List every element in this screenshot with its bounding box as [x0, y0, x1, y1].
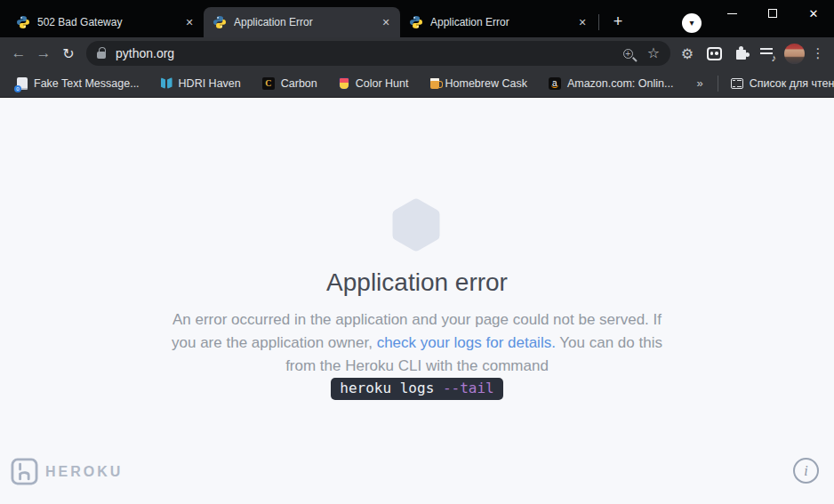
window-maximize-button[interactable]	[752, 0, 793, 27]
bookmark-label: Fake Text Message...	[34, 77, 140, 90]
robot-icon	[707, 47, 722, 60]
reading-list-icon	[731, 78, 743, 89]
bookmarks-bar: Fake Text Message... HDRI Haven C Carbon…	[0, 69, 834, 98]
back-button[interactable]: ←	[6, 41, 31, 66]
new-tab-button[interactable]: +	[606, 11, 630, 34]
minimize-icon	[727, 13, 737, 14]
bookmarks-overflow-button[interactable]: »	[689, 76, 710, 90]
bookmark-label: Carbon	[281, 77, 317, 90]
bookmark-label: Color Hunt	[356, 77, 409, 90]
music-note-icon: ♪	[772, 52, 777, 63]
document-icon	[17, 77, 28, 90]
tab-strip: 502 Bad Gateway ✕ Application Error ✕ Ap…	[0, 0, 834, 37]
tab-separator	[598, 14, 599, 30]
address-bar[interactable]: python.org + ☆	[86, 41, 670, 66]
shield-icon	[339, 77, 349, 90]
tab-title: 502 Bad Gateway	[37, 16, 182, 28]
error-description: An error occurred in the application and…	[159, 308, 675, 378]
hdri-haven-icon	[161, 77, 172, 89]
extension-gear-button[interactable]: ⚙	[674, 41, 701, 66]
hexagon-icon	[389, 198, 444, 252]
extension-robot-button[interactable]	[701, 41, 727, 66]
window-close-button[interactable]: ✕	[793, 0, 834, 27]
reload-button[interactable]: ↻	[56, 41, 81, 66]
beer-mug-icon	[430, 78, 439, 89]
heroku-brand-text: HEROKU	[45, 464, 123, 480]
bookmark-star-icon[interactable]: ☆	[647, 46, 660, 60]
puzzle-icon	[736, 50, 746, 60]
tab-title: Application Error	[430, 16, 575, 28]
gear-icon: ⚙	[681, 45, 694, 62]
browser-window: 502 Bad Gateway ✕ Application Error ✕ Ap…	[0, 0, 834, 504]
amazon-icon: a	[549, 77, 561, 90]
heroku-logo: HEROKU	[11, 458, 123, 485]
tab-close-icon[interactable]: ✕	[379, 15, 393, 29]
heroku-logo-icon	[11, 458, 38, 485]
tab-application-error-active[interactable]: Application Error ✕	[204, 7, 400, 37]
bookmark-fake-text-message[interactable]: Fake Text Message...	[12, 75, 147, 92]
browser-toolbar: ← → ↻ python.org + ☆ ⚙ ♪ ⋮	[0, 37, 834, 69]
tab-502-bad-gateway[interactable]: 502 Bad Gateway ✕	[7, 7, 204, 37]
chevron-down-icon: ▾	[689, 18, 694, 28]
back-icon: ←	[12, 44, 27, 62]
tab-search-button[interactable]: ▾	[682, 13, 702, 33]
window-minimize-button[interactable]	[711, 0, 752, 27]
carbon-icon: C	[262, 77, 275, 90]
close-icon: ✕	[809, 7, 819, 20]
check-logs-link[interactable]: check your logs for details.	[377, 334, 556, 351]
forward-button[interactable]: →	[31, 41, 56, 66]
python-favicon-icon	[213, 15, 227, 29]
bookmark-amazon[interactable]: a Amazon.com: Onlin...	[543, 75, 681, 92]
tab-title: Application Error	[234, 16, 379, 28]
page-title: Application error	[0, 268, 834, 297]
bookmark-carbon[interactable]: C Carbon	[257, 75, 325, 92]
cli-command-code: heroku logs --tail	[331, 378, 502, 400]
maximize-icon	[768, 9, 777, 18]
cli-command-text: heroku logs	[340, 380, 443, 396]
page-content: Application error An error occurred in t…	[0, 98, 834, 504]
url-text[interactable]: python.org	[116, 46, 174, 60]
zoom-icon[interactable]: +	[623, 49, 633, 59]
python-favicon-icon	[409, 15, 423, 29]
code-row: heroku logs --tail	[0, 378, 834, 400]
bookmarks-separator	[718, 76, 718, 92]
bookmark-label: Homebrew Cask	[445, 77, 527, 90]
profile-avatar[interactable]	[784, 44, 805, 64]
bookmark-label: HDRI Haven	[179, 77, 241, 90]
bookmark-label: Amazon.com: Onlin...	[567, 77, 674, 90]
media-controls-button[interactable]: ♪	[754, 41, 781, 66]
python-favicon-icon	[16, 15, 30, 29]
tab-application-error[interactable]: Application Error ✕	[400, 7, 597, 37]
kebab-menu-icon: ⋮	[812, 45, 825, 61]
playlist-icon: ♪	[760, 47, 774, 60]
tab-close-icon[interactable]: ✕	[182, 15, 196, 29]
reload-icon: ↻	[62, 45, 74, 62]
bookmark-homebrew-cask[interactable]: Homebrew Cask	[425, 75, 534, 92]
forward-icon: →	[36, 44, 52, 62]
cli-command-flag: --tail	[443, 380, 494, 396]
bookmark-color-hunt[interactable]: Color Hunt	[333, 75, 416, 92]
info-button[interactable]: i	[793, 458, 819, 484]
tab-close-icon[interactable]: ✕	[575, 15, 589, 29]
extensions-button[interactable]	[727, 41, 754, 66]
browser-menu-button[interactable]: ⋮	[808, 41, 828, 66]
reading-list-button[interactable]: Список для чтения	[726, 75, 834, 92]
bookmark-hdri-haven[interactable]: HDRI Haven	[156, 75, 248, 92]
reading-list-label: Список для чтения	[750, 77, 834, 90]
lock-icon	[97, 52, 106, 59]
window-controls: ✕	[711, 0, 834, 27]
